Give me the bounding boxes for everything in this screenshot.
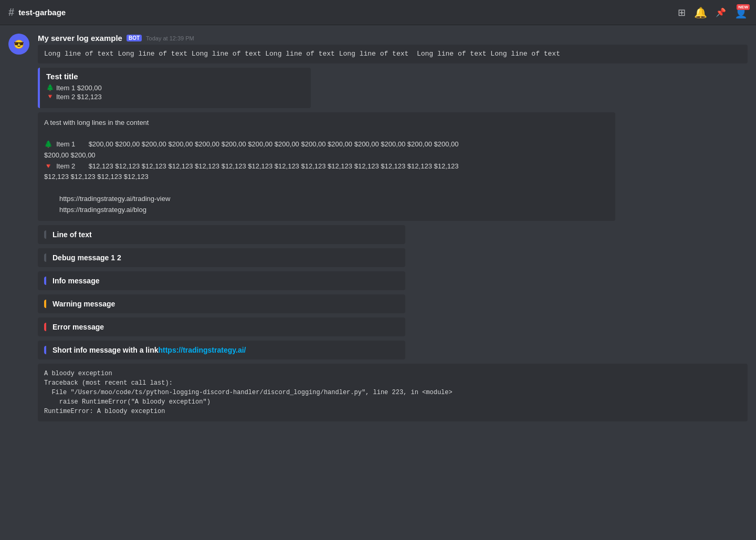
error-message-content: Error message (52, 323, 104, 331)
topbar-right: ⊞ 🔔 📌 👤 NEW (678, 6, 748, 19)
short-info-link-embed: Short info message with a link https://t… (38, 341, 405, 359)
debug-message-embed: Debug message 1 2 (38, 248, 405, 267)
new-badge: NEW (737, 4, 750, 10)
embed-field-1: 🌲 Item 1 $200,00 (46, 84, 304, 92)
warning-message-content: Warning message (52, 300, 115, 308)
warning-message-embed: Warning message (38, 294, 405, 313)
error-message-embed: Error message (38, 317, 405, 336)
gray-border (44, 230, 46, 239)
blue-border-short-info (44, 346, 46, 354)
long-line-code-block: Long line of text Long line of text Long… (38, 45, 748, 63)
exception-block: A bloody exception Traceback (most recen… (38, 364, 748, 421)
channel-name: test-garbage (18, 8, 66, 17)
message-body: My server log example BOT Today at 12:39… (38, 34, 748, 426)
message-header: My server log example BOT Today at 12:39… (38, 34, 748, 43)
red-border-error (44, 323, 46, 331)
long-content-block: A test with long lines in the content 🌲 … (38, 112, 615, 221)
message-content: 😎 My server log example BOT Today at 12:… (0, 25, 756, 540)
topbar: # test-garbage ⊞ 🔔 📌 👤 NEW (0, 0, 756, 25)
member-icon[interactable]: 👤 NEW (734, 6, 748, 19)
embed-field-2-text: Item 2 $12,123 (56, 93, 102, 101)
short-info-content: Short info message with a link https://t… (52, 346, 246, 354)
topbar-left: # test-garbage (8, 6, 66, 18)
message-username: My server log example (38, 34, 122, 43)
line-of-text-embed: Line of text (38, 225, 405, 244)
tree-icon: 🌲 (46, 84, 54, 91)
debug-message-content: Debug message 1 2 (52, 253, 121, 262)
message: 😎 My server log example BOT Today at 12:… (38, 34, 748, 426)
blue-border-info (44, 277, 46, 285)
pin-icon[interactable]: 📌 (716, 7, 726, 17)
yellow-border-warning (44, 300, 46, 308)
embed-field-1-text: Item 1 $200,00 (56, 84, 102, 92)
hash-icon: # (8, 6, 14, 18)
embed-field-2: 🔻 Item 2 $12,123 (46, 93, 304, 101)
short-info-link[interactable]: https://tradingstrategy.ai/ (158, 346, 246, 354)
message-timestamp: Today at 12:39 PM (146, 35, 194, 41)
gray-border-debug (44, 253, 46, 262)
line-of-text-content: Line of text (52, 230, 92, 239)
test-title-embed: Test title 🌲 Item 1 $200,00 🔻 Item 2 $12… (38, 68, 311, 108)
embed-title: Test title (46, 72, 304, 81)
bell-icon[interactable]: 🔔 (694, 6, 707, 19)
down-triangle-icon: 🔻 (46, 93, 54, 100)
info-message-embed: Info message (38, 271, 405, 290)
avatar: 😎 (8, 34, 29, 55)
info-message-content: Info message (52, 277, 99, 285)
add-channel-icon[interactable]: ⊞ (678, 7, 686, 18)
long-content-text: A test with long lines in the content 🌲 … (44, 119, 458, 214)
bot-tag: BOT (127, 35, 142, 41)
